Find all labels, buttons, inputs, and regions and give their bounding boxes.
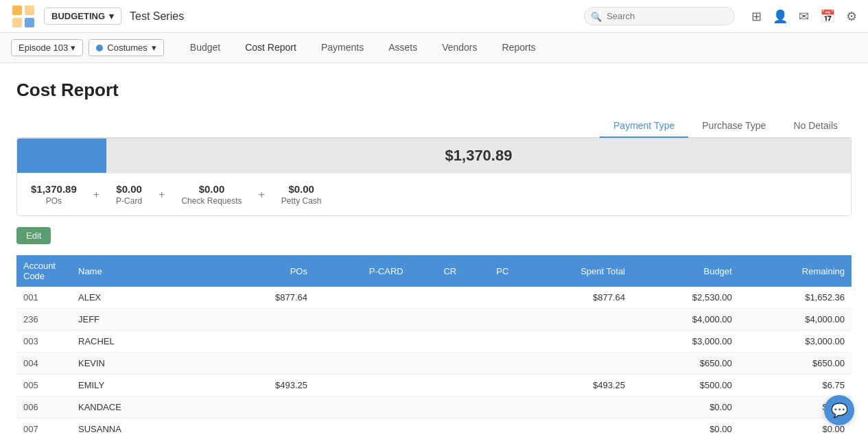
table-row[interactable]: 236 JEFF $4,000.00 $4,000.00 xyxy=(16,309,852,331)
edit-button[interactable]: Edit xyxy=(16,227,51,244)
summary-pos: $1,370.89 POs xyxy=(31,183,77,206)
tab-no-details[interactable]: No Details xyxy=(779,115,852,138)
dept-chevron-icon: ▾ xyxy=(152,43,156,53)
cell-code: 007 xyxy=(16,418,71,440)
module-selector[interactable]: BUDGETING ▾ xyxy=(44,8,121,25)
dept-dot-icon xyxy=(96,45,103,51)
nav-link-cost-report[interactable]: Cost Report xyxy=(233,33,309,63)
chevron-down-icon: ▾ xyxy=(109,11,114,21)
search-icon: 🔍 xyxy=(591,11,602,21)
cell-pcard xyxy=(314,375,410,396)
plus-icon-3: + xyxy=(242,189,281,201)
cell-cr xyxy=(410,418,464,440)
sub-nav: Episode 103 ▾ Costumes ▾ Budget Cost Rep… xyxy=(0,33,868,63)
cell-code: 005 xyxy=(16,375,71,396)
cell-pc xyxy=(463,309,515,331)
summary-pc-amount: $0.00 xyxy=(281,183,322,195)
top-nav: BUDGETING ▾ Test Series 🔍 ⊞ 👤 ✉ 📅 ⚙ xyxy=(0,0,868,33)
cell-pc xyxy=(463,375,515,396)
col-cr: CR xyxy=(410,255,464,287)
table-row[interactable]: 004 KEVIN $650.00 $650.00 xyxy=(16,353,852,375)
cell-code: 003 xyxy=(16,331,71,353)
cell-remaining: $6.75 xyxy=(739,375,852,396)
cell-code: 006 xyxy=(16,396,71,418)
summary-pos-label: POs xyxy=(31,196,77,206)
cell-spent xyxy=(515,309,632,331)
episode-selector[interactable]: Episode 103 ▾ xyxy=(11,39,83,56)
summary-bar: $1,370.89 xyxy=(17,139,851,173)
cell-remaining: $1,652.36 xyxy=(739,287,852,309)
plus-icon-2: + xyxy=(142,189,181,201)
cell-name: ALEX xyxy=(71,287,222,309)
cell-name: RACHEL xyxy=(71,331,222,353)
tab-payment-type[interactable]: Payment Type xyxy=(600,115,688,138)
cell-pcard xyxy=(314,396,410,418)
cell-code: 001 xyxy=(16,287,71,309)
cell-spent xyxy=(515,331,632,353)
cell-cr xyxy=(410,375,464,396)
cell-pos xyxy=(222,396,314,418)
table-header-row: Account Code Name POs P-CARD CR PC Spent… xyxy=(16,255,852,287)
cell-spent xyxy=(515,353,632,375)
settings-icon[interactable]: ⚙ xyxy=(846,9,857,24)
chat-bubble[interactable]: 💬 xyxy=(824,395,854,425)
cell-budget: $0.00 xyxy=(632,396,739,418)
summary-bar-fill xyxy=(17,139,106,173)
grid-icon[interactable]: ⊞ xyxy=(751,9,762,24)
summary-pcard: $0.00 P-Card xyxy=(116,183,142,206)
nav-link-assets[interactable]: Assets xyxy=(376,33,430,63)
nav-link-reports[interactable]: Reports xyxy=(490,33,548,63)
table-row[interactable]: 001 ALEX $877.64 $877.64 $2,530.00 $1,65… xyxy=(16,287,852,309)
nav-link-budget[interactable]: Budget xyxy=(178,33,233,63)
user-icon[interactable]: 👤 xyxy=(773,9,788,24)
cell-cr xyxy=(410,287,464,309)
cell-budget: $2,530.00 xyxy=(632,287,739,309)
cell-remaining: $4,000.00 xyxy=(739,309,852,331)
summary-total: $1,370.89 xyxy=(106,139,851,173)
cell-pos: $877.64 xyxy=(222,287,314,309)
department-label: Costumes xyxy=(107,43,148,53)
episode-label: Episode 103 xyxy=(19,43,68,53)
table-row[interactable]: 007 SUSANNA $0.00 $0.00 xyxy=(16,418,852,440)
cell-budget: $3,000.00 xyxy=(632,331,739,353)
nav-link-payments[interactable]: Payments xyxy=(309,33,376,63)
summary-pos-amount: $1,370.89 xyxy=(31,183,77,195)
table-row[interactable]: 003 RACHEL $3,000.00 $3,000.00 xyxy=(16,331,852,353)
table-container[interactable]: Account Code Name POs P-CARD CR PC Spent… xyxy=(16,255,852,439)
cell-name: SUSANNA xyxy=(71,418,222,440)
nav-icons-group: ⊞ 👤 ✉ 📅 ⚙ xyxy=(751,9,857,24)
cell-budget: $4,000.00 xyxy=(632,309,739,331)
episode-chevron-icon: ▾ xyxy=(71,43,75,53)
summary-petty-cash: $0.00 Petty Cash xyxy=(281,183,322,206)
svg-rect-2 xyxy=(12,18,22,27)
cell-pos: $493.25 xyxy=(222,375,314,396)
cell-pc xyxy=(463,287,515,309)
cell-code: 004 xyxy=(16,353,71,375)
col-account-code: Account Code xyxy=(16,255,71,287)
search-input[interactable] xyxy=(584,7,735,25)
cell-budget: $650.00 xyxy=(632,353,739,375)
app-logo[interactable] xyxy=(11,4,36,29)
svg-rect-0 xyxy=(12,5,22,15)
calendar-icon[interactable]: 📅 xyxy=(820,9,835,24)
nav-link-vendors[interactable]: Vendors xyxy=(430,33,489,63)
page-content: Cost Report Payment Type Purchase Type N… xyxy=(0,63,868,439)
cell-spent xyxy=(515,418,632,440)
tab-purchase-type[interactable]: Purchase Type xyxy=(688,115,779,138)
col-pos: POs xyxy=(222,255,314,287)
cell-remaining: $650.00 xyxy=(739,353,852,375)
summary-pcard-label: P-Card xyxy=(116,196,142,206)
mail-icon[interactable]: ✉ xyxy=(799,9,809,24)
cell-code: 236 xyxy=(16,309,71,331)
cell-remaining: $3,000.00 xyxy=(739,331,852,353)
table-row[interactable]: 005 EMILY $493.25 $493.25 $500.00 $6.75 xyxy=(16,375,852,396)
sub-nav-links: Budget Cost Report Payments Assets Vendo… xyxy=(178,33,548,63)
cell-pos xyxy=(222,331,314,353)
table-row[interactable]: 006 KANDACE $0.00 $0.00 xyxy=(16,396,852,418)
department-selector[interactable]: Costumes ▾ xyxy=(89,39,164,56)
cell-name: KEVIN xyxy=(71,353,222,375)
cell-pc xyxy=(463,353,515,375)
cell-pcard xyxy=(314,353,410,375)
cell-pcard xyxy=(314,418,410,440)
cell-budget: $500.00 xyxy=(632,375,739,396)
